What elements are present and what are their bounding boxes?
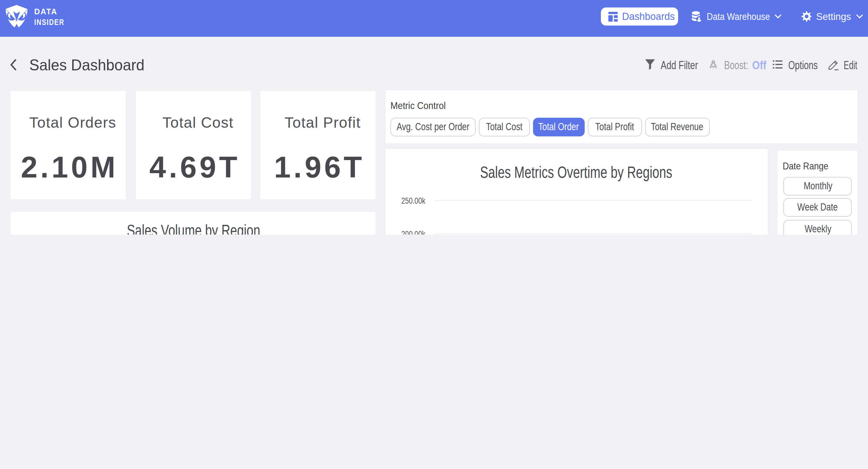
svg-text:200.00k: 200.00k [402,229,426,235]
svg-text:250.00k: 250.00k [402,196,426,205]
svg-text:Sales Metrics Overtime by Regi: Sales Metrics Overtime by Regions [480,163,673,181]
svg-text:Sales Volume by Region: Sales Volume by Region [127,222,260,235]
